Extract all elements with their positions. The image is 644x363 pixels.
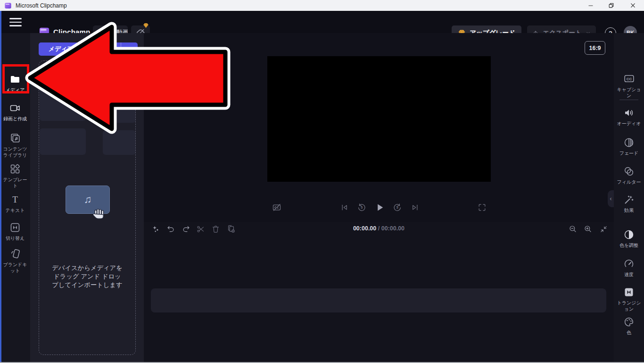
captions-off-icon xyxy=(272,203,281,212)
video-canvas[interactable] xyxy=(267,56,491,182)
magic-wand-icon xyxy=(623,194,635,205)
playback-controls: 5 5 xyxy=(144,198,614,217)
sidebar-item-captions[interactable]: CC キャプション xyxy=(614,73,644,99)
sidebar-item-fade[interactable]: フェード xyxy=(614,137,644,156)
rewind-5-icon: 5 xyxy=(357,203,366,212)
play-button[interactable] xyxy=(373,201,386,214)
sidebar-item-audio[interactable]: オーディオ xyxy=(614,107,644,127)
window-edge-accent xyxy=(0,11,1,362)
skip-to-start-button[interactable] xyxy=(338,201,351,214)
import-media-dropdown[interactable] xyxy=(121,42,138,56)
sidebar-item-adjust-colors[interactable]: 色を調整 xyxy=(614,229,644,248)
hamburger-menu-button[interactable] xyxy=(8,16,24,29)
restore-button[interactable] xyxy=(601,0,621,11)
sidebar-item-label: メディア xyxy=(1,87,29,93)
clipchamp-logo-icon xyxy=(4,2,12,9)
zoom-in-button[interactable] xyxy=(582,223,594,235)
close-button[interactable] xyxy=(622,0,643,11)
sidebar-item-transition[interactable]: トランジション xyxy=(614,287,644,312)
chevron-left-icon: ‹ xyxy=(610,195,612,202)
sidebar-item-transitions[interactable]: 切り替え xyxy=(0,222,30,241)
music-note-icon: ♫ xyxy=(84,194,92,206)
sidebar-item-label: フィルター xyxy=(615,179,643,185)
app-header: Clipchamp 無題の動画 アップグレード エクスポート xyxy=(0,11,644,33)
sidebar-item-label: フェード xyxy=(615,150,643,156)
total-time: 00:00.00 xyxy=(381,225,405,232)
timeline-track-empty[interactable] xyxy=(151,288,606,312)
minimize-icon xyxy=(587,2,594,9)
fade-icon xyxy=(623,137,635,148)
sidebar-item-content-library[interactable]: コンテンツライブラリ xyxy=(0,132,30,158)
play-icon xyxy=(374,202,385,213)
media-dropzone[interactable]: ♫ デバイスからメディアを ドラッグ アンド ドロッ プしてインポートします xyxy=(39,60,136,355)
rewind-5s-button[interactable]: 5 xyxy=(355,201,368,214)
clipchamp-window: Microsoft Clipchamp Clipchamp 無題の動画 xyxy=(0,0,644,363)
forward-5s-button[interactable]: 5 xyxy=(391,201,404,214)
sidebar-item-media[interactable]: メディア xyxy=(0,74,30,93)
video-camera-icon xyxy=(9,102,21,114)
import-media-label[interactable]: メディアのインポート xyxy=(39,42,121,56)
timeline-toolbar: 00:00.00 / 00:00.00 xyxy=(144,222,614,236)
sidebar-item-label: 切り替え xyxy=(1,235,29,241)
import-media-button[interactable]: メディアのインポート xyxy=(39,42,138,56)
collapse-timeline-button[interactable] xyxy=(597,223,610,235)
sidebar-item-record-and-create[interactable]: 録画と作成 xyxy=(0,102,30,122)
sidebar-item-text[interactable]: T テキスト xyxy=(0,194,30,213)
sidebar-item-effects[interactable]: 効果 xyxy=(614,194,644,213)
zoom-in-icon xyxy=(584,225,592,233)
video-preview-area: 16:9 5 xyxy=(144,33,614,222)
skip-end-icon xyxy=(411,203,420,212)
sidebar-item-label: 色 xyxy=(615,329,643,336)
sidebar-item-label: トランジション xyxy=(615,300,643,312)
minimize-button[interactable] xyxy=(580,0,601,11)
sidebar-item-speed[interactable]: 速度 xyxy=(614,258,644,278)
captions-off-button[interactable] xyxy=(270,201,283,214)
dropzone-hint-text: デバイスからメディアを ドラッグ アンド ドロッ プしてインポートします xyxy=(39,264,135,289)
aspect-ratio-badge[interactable]: 16:9 xyxy=(585,41,605,55)
transition-icon xyxy=(9,222,21,233)
restore-icon xyxy=(608,2,614,8)
sidebar-divider xyxy=(619,100,638,100)
transition-filled-icon xyxy=(623,287,635,298)
svg-text:5: 5 xyxy=(396,206,398,210)
sidebar-item-templates[interactable]: テンプレート xyxy=(0,163,30,189)
captions-icon: CC xyxy=(623,73,635,84)
filter-icon xyxy=(623,166,635,177)
brand-kit-icon xyxy=(9,248,21,260)
sidebar-item-color[interactable]: 色 xyxy=(614,316,644,336)
close-icon xyxy=(630,2,636,8)
chevron-down-icon xyxy=(126,46,133,52)
window-title: Microsoft Clipchamp xyxy=(16,2,67,9)
sidebar-item-label: コンテンツライブラリ xyxy=(1,146,29,158)
media-panel: メディアのインポート ♫ デバイスからメディアを ドラッグ アンド xyxy=(30,33,144,362)
contrast-icon xyxy=(623,229,635,240)
premium-diamond-badge-icon xyxy=(143,23,149,29)
sidebar-item-label: 効果 xyxy=(615,207,643,213)
sidebar-item-label: 速度 xyxy=(615,271,643,278)
svg-text:T: T xyxy=(12,194,18,204)
skip-to-end-button[interactable] xyxy=(408,201,421,214)
skip-start-icon xyxy=(340,203,349,212)
palette-icon xyxy=(623,316,635,328)
timeline-timecode: 00:00.00 / 00:00.00 xyxy=(144,225,614,232)
sidebar-item-label: ブランドキット xyxy=(1,262,29,274)
timeline-section: 00:00.00 / 00:00.00 xyxy=(144,222,614,362)
window-titlebar: Microsoft Clipchamp xyxy=(0,0,644,11)
sidebar-item-filter[interactable]: フィルター xyxy=(614,166,644,185)
speedometer-icon xyxy=(623,258,635,270)
zoom-out-button[interactable] xyxy=(567,223,579,235)
sidebar-item-brand-kit[interactable]: ブランドキット xyxy=(0,248,30,274)
speaker-icon xyxy=(623,107,635,118)
svg-text:5: 5 xyxy=(361,206,363,210)
media-folder-icon xyxy=(9,74,21,85)
sidebar-item-label: 録画と作成 xyxy=(1,116,29,122)
svg-text:CC: CC xyxy=(626,77,632,81)
sidebar-item-label: テンプレート xyxy=(1,177,29,189)
sidebar-item-label: 色を調整 xyxy=(615,242,643,248)
sidebar-item-label: テキスト xyxy=(1,207,29,213)
left-toolbar: メディア 録画と作成 コンテンツライブラリ xyxy=(0,33,30,362)
zoom-out-icon xyxy=(569,225,577,233)
expand-properties-panel-button[interactable]: ‹ xyxy=(608,190,614,207)
templates-icon xyxy=(9,163,21,175)
fullscreen-button[interactable] xyxy=(475,201,488,214)
